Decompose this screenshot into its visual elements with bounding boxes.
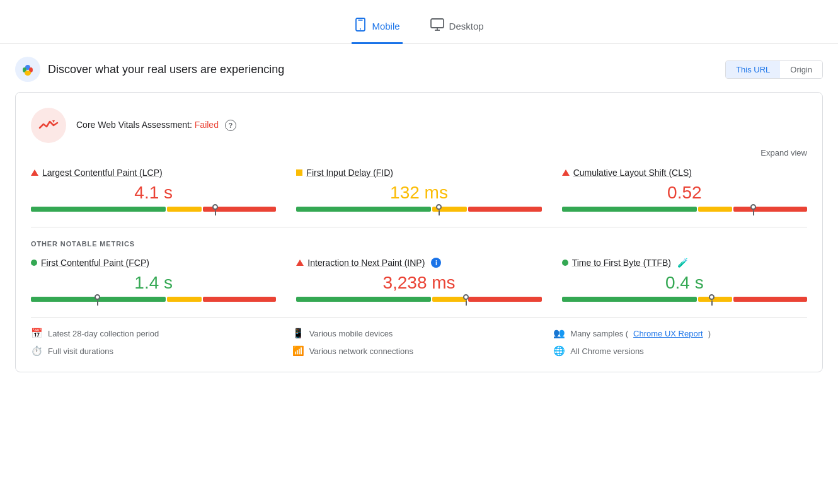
metric-item-inp: Interaction to Next Paint (INP)i3,238 ms: [296, 258, 541, 302]
assessment-header: Core Web Vitals Assessment: Failed ?: [31, 108, 807, 143]
header-row: Discover what your real users are experi…: [0, 44, 838, 92]
tab-mobile-label: Mobile: [372, 21, 399, 32]
metric-label-lcp: Largest Contentful Paint (LCP): [31, 168, 276, 178]
status-indicator: [296, 169, 302, 176]
assessment-status: Failed: [195, 120, 219, 130]
tabs-bar: Mobile Desktop: [0, 0, 838, 44]
svg-rect-3: [431, 19, 444, 28]
progress-bar: [562, 207, 807, 212]
assessment-title-block: Core Web Vitals Assessment: Failed ?: [76, 120, 236, 131]
needle: [709, 294, 715, 306]
metric-value-lcp: 4.1 s: [31, 183, 276, 203]
core-metrics-grid: Largest Contentful Paint (LCP)4.1 sFirst…: [31, 168, 807, 227]
metric-value-fcp: 1.4 s: [31, 273, 276, 293]
footer-col-1: 📅Latest 28-day collection period⏱️Full v…: [31, 328, 285, 357]
info-icon-inp[interactable]: i: [431, 258, 441, 268]
needle: [750, 204, 756, 215]
assessment-icon: [31, 108, 66, 143]
metric-link-lcp[interactable]: Largest Contentful Paint (LCP): [42, 168, 163, 178]
beaker-icon-ttfb: 🧪: [677, 258, 688, 268]
svg-point-1: [360, 28, 361, 30]
footer-col-3: 👥Many samples (Chrome UX Report)🌐All Chr…: [553, 328, 807, 357]
header-left: Discover what your real users are experi…: [15, 57, 284, 82]
svg-marker-10: [52, 120, 55, 123]
footer-text-after: ): [708, 329, 711, 338]
needle: [463, 294, 469, 306]
status-indicator: [562, 169, 570, 176]
metric-label-fcp: First Contentful Paint (FCP): [31, 258, 276, 268]
metric-label-inp: Interaction to Next Paint (INP)i: [296, 258, 541, 268]
footer-text: Various network connections: [309, 346, 413, 356]
progress-bar: [562, 297, 807, 302]
other-metrics-label: OTHER NOTABLE METRICS: [31, 240, 807, 248]
metric-item-ttfb: Time to First Byte (TTFB)🧪0.4 s: [562, 258, 807, 302]
footer-item: 🌐All Chrome versions: [553, 345, 807, 357]
footer-item: 📶Various network connections: [292, 345, 546, 357]
status-indicator: [31, 260, 37, 266]
assessment-help-icon[interactable]: ?: [225, 120, 236, 131]
metric-label-fid: First Input Delay (FID): [296, 168, 541, 178]
url-origin-toggle: This URL Origin: [725, 60, 823, 79]
svg-point-9: [25, 71, 31, 76]
page-title: Discover what your real users are experi…: [48, 63, 284, 76]
other-metrics-grid: First Contentful Paint (FCP)1.4 sInterac…: [31, 258, 807, 302]
needle: [95, 294, 100, 306]
metric-link-ttfb[interactable]: Time to First Byte (TTFB): [572, 258, 671, 268]
footer-item: 📱Various mobile devices: [292, 328, 546, 339]
expand-view[interactable]: Expand view: [31, 148, 807, 158]
footer-icon: 📱: [292, 328, 304, 339]
tab-desktop-label: Desktop: [449, 21, 484, 32]
footer-text-before: Many samples (: [570, 329, 628, 338]
footer-item: ⏱️Full visit durations: [31, 345, 285, 357]
assessment-title: Core Web Vitals Assessment:: [76, 120, 192, 130]
footer-text: Latest 28-day collection period: [48, 329, 159, 338]
metric-link-fcp[interactable]: First Contentful Paint (FCP): [41, 258, 149, 268]
metric-value-ttfb: 0.4 s: [562, 273, 807, 293]
footer-text: All Chrome versions: [570, 346, 643, 356]
status-indicator: [562, 260, 568, 266]
footer-icon: 📶: [292, 345, 304, 357]
avatar: [15, 57, 40, 82]
progress-bar: [31, 297, 276, 302]
chrome-ux-report-link[interactable]: Chrome UX Report: [633, 329, 703, 338]
tab-mobile[interactable]: Mobile: [352, 10, 402, 44]
metric-label-cls: Cumulative Layout Shift (CLS): [562, 168, 807, 178]
status-indicator: [31, 169, 38, 176]
main-card: Core Web Vitals Assessment: Failed ? Exp…: [15, 92, 823, 372]
metric-value-inp: 3,238 ms: [296, 273, 541, 293]
progress-bar: [31, 207, 276, 212]
metric-value-fid: 132 ms: [296, 183, 541, 203]
tab-desktop[interactable]: Desktop: [428, 11, 486, 43]
footer-icon: ⏱️: [31, 345, 43, 357]
needle: [212, 204, 218, 215]
mobile-icon: [354, 18, 367, 35]
metric-link-cls[interactable]: Cumulative Layout Shift (CLS): [573, 168, 692, 178]
footer-text: Full visit durations: [48, 346, 113, 356]
footer-info: 📅Latest 28-day collection period⏱️Full v…: [31, 317, 807, 357]
desktop-icon: [430, 18, 444, 34]
metric-value-cls: 0.52: [562, 183, 807, 203]
metric-label-ttfb: Time to First Byte (TTFB)🧪: [562, 258, 807, 268]
metric-item-fcp: First Contentful Paint (FCP)1.4 s: [31, 258, 276, 302]
this-url-button[interactable]: This URL: [726, 61, 780, 78]
origin-button[interactable]: Origin: [780, 61, 822, 78]
footer-text: Various mobile devices: [309, 329, 393, 338]
metric-item-cls: Cumulative Layout Shift (CLS)0.52: [562, 168, 807, 212]
status-indicator: [296, 260, 304, 266]
needle: [436, 204, 442, 215]
footer-col-2: 📱Various mobile devices📶Various network …: [292, 328, 546, 357]
progress-bar: [296, 297, 541, 302]
metric-link-inp[interactable]: Interaction to Next Paint (INP): [307, 258, 425, 268]
footer-icon: 📅: [31, 328, 43, 339]
metric-item-fid: First Input Delay (FID)132 ms: [296, 168, 541, 212]
progress-bar: [296, 207, 541, 212]
metric-link-fid[interactable]: First Input Delay (FID): [306, 168, 393, 178]
footer-item: 📅Latest 28-day collection period: [31, 328, 285, 339]
metric-item-lcp: Largest Contentful Paint (LCP)4.1 s: [31, 168, 276, 212]
footer-icon: 👥: [553, 328, 565, 339]
footer-icon: 🌐: [553, 345, 565, 357]
footer-item: 👥Many samples (Chrome UX Report): [553, 328, 807, 339]
